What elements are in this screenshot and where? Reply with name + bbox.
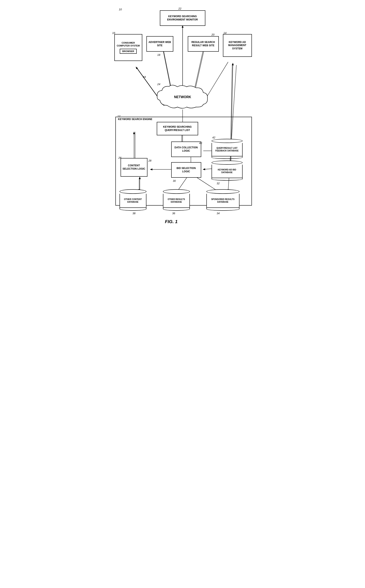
data-collection-box: DATA COLLECTION LOGIC (171, 142, 201, 157)
keyword-ad-bid-db: KEYWORD AD BID DATABASE (211, 160, 243, 181)
ref-40: 40 (199, 142, 202, 145)
other-content-db: OTHER CONTENT DATABASE (119, 189, 147, 211)
sponsored-results-db: SPONSORED RESULTS DATABASE (206, 189, 239, 211)
ref-38: 38 (133, 212, 135, 215)
keyword-query-result-box: KEYWORD SEARCHING QUERY/RESULT LIST (157, 122, 198, 135)
figure-label: FIG. 1 (165, 219, 178, 224)
keyword-searching-env-box: KEYWORD SEARCHING ENVIRONMENT MONITOR (160, 10, 205, 26)
ref-28: 28 (148, 159, 151, 162)
consumer-computer-box: CONSUMER COMPUTER SYSTEM BROWSER (114, 34, 142, 61)
ref-24: 24 (157, 83, 160, 86)
diagram: 10 KEYWORD SEARCHING ENVIRONMENT MONITOR… (110, 4, 255, 231)
ref-44: 44 (143, 75, 146, 79)
ref-18: 18 (157, 53, 160, 56)
ref-42: 42 (212, 136, 215, 139)
ref-12: 12 (118, 115, 120, 118)
ref-10: 10 (119, 8, 122, 11)
ref-34: 34 (217, 212, 220, 215)
keyword-ad-mgmt-box: KEYWORD AD MANAGEMENT SYSTEM (223, 34, 252, 57)
ref-32: 32 (217, 182, 220, 185)
query-result-feedback-db: QUERY/RESULT LIST FEEDBACK DATABASE (211, 138, 243, 159)
keyword-search-engine-label: KEYWORD SEARCH ENGINE (118, 118, 152, 121)
advertiser-web-box: ADVERTISER WEB SITE (147, 36, 173, 52)
regular-search-box: REGULAR SEARCH RESULT WEB SITE (188, 36, 219, 52)
ref-30: 30 (173, 179, 176, 182)
bid-selection-box: BID SELECTION LOGIC (171, 162, 201, 178)
ref-26: 26 (119, 156, 121, 159)
ref-20: 20 (211, 33, 214, 36)
ref-22: 22 (178, 7, 181, 10)
ref-16: 16 (112, 31, 115, 34)
content-selection-box: CONTENT SELECTION LOGIC (120, 158, 147, 177)
other-results-db: OTHER RESULTS DATABASE (163, 189, 190, 211)
svg-text:NETWORK: NETWORK (174, 95, 191, 99)
network-cloud: NETWORK (155, 85, 211, 112)
ref-14: 14 (224, 31, 226, 34)
ref-36: 36 (172, 212, 175, 215)
